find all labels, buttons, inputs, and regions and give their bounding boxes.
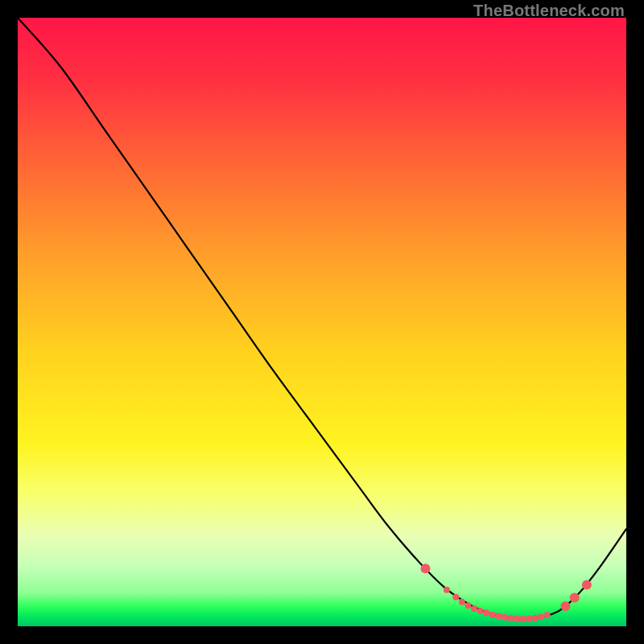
gradient-background <box>18 18 626 626</box>
marker-dot <box>570 592 580 602</box>
marker-dot <box>421 564 431 573</box>
marker-dot <box>526 616 532 622</box>
marker-dot <box>452 594 459 601</box>
marker-dot <box>532 615 539 621</box>
marker-dot <box>538 613 544 620</box>
marker-dot <box>483 609 489 616</box>
marker-dot <box>514 616 520 622</box>
marker-dot <box>477 608 484 614</box>
marker-dot <box>507 615 514 621</box>
marker-dot <box>495 613 502 619</box>
marker-dot <box>560 601 570 611</box>
marker-dot <box>464 602 471 609</box>
marker-dot <box>544 612 551 618</box>
marker-dot <box>471 605 477 612</box>
bottleneck-chart <box>18 18 626 626</box>
marker-dot <box>582 580 592 590</box>
marker-dot <box>489 612 496 618</box>
chart-frame <box>18 18 626 626</box>
marker-dot <box>444 587 450 593</box>
marker-dot <box>519 616 526 622</box>
marker-dot <box>459 599 465 605</box>
marker-dot <box>502 614 508 621</box>
